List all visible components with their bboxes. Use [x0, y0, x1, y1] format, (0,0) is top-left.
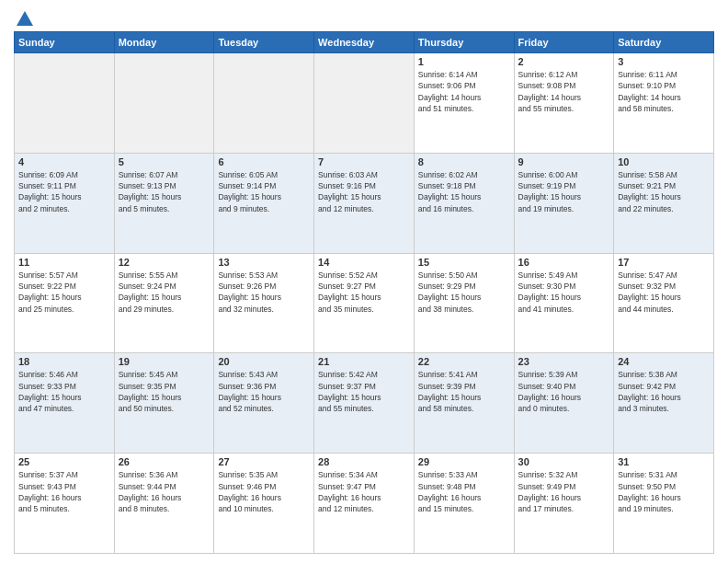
header-cell-monday: Monday — [114, 32, 214, 53]
week-row-2: 4Sunrise: 6:09 AMSunset: 9:11 PMDaylight… — [15, 153, 714, 253]
day-number: 26 — [119, 456, 210, 467]
daylight-hours: Daylight: 16 hours — [618, 393, 681, 402]
day-number: 20 — [218, 356, 310, 367]
day-number: 10 — [618, 156, 710, 167]
day-cell: 30Sunrise: 5:32 AMSunset: 9:49 PMDayligh… — [514, 454, 614, 554]
daylight-hours: Daylight: 15 hours — [618, 293, 681, 302]
header-cell-sunday: Sunday — [15, 32, 115, 53]
daylight-hours: Daylight: 14 hours — [618, 93, 681, 102]
logo-text — [14, 9, 36, 29]
header-cell-wednesday: Wednesday — [314, 32, 415, 53]
day-info: Sunrise: 5:45 AMSunset: 9:35 PMDaylight:… — [119, 369, 210, 414]
daylight-hours: Daylight: 15 hours — [18, 393, 82, 402]
day-cell: 4Sunrise: 6:09 AMSunset: 9:11 PMDaylight… — [15, 153, 115, 253]
day-number: 19 — [119, 356, 210, 367]
page: SundayMondayTuesdayWednesdayThursdayFrid… — [0, 0, 728, 563]
daylight-hours: Daylight: 15 hours — [418, 192, 482, 201]
day-number: 12 — [119, 257, 210, 268]
day-number: 31 — [618, 456, 710, 467]
daylight-hours: Daylight: 14 hours — [518, 93, 582, 102]
header-cell-friday: Friday — [514, 32, 614, 53]
day-number: 2 — [518, 56, 610, 67]
day-cell — [15, 53, 115, 154]
day-info: Sunrise: 5:31 AMSunset: 9:50 PMDaylight:… — [618, 469, 710, 514]
daylight-hours: Daylight: 15 hours — [18, 192, 82, 201]
daylight-hours: Daylight: 16 hours — [18, 493, 82, 502]
day-cell: 31Sunrise: 5:31 AMSunset: 9:50 PMDayligh… — [614, 454, 714, 554]
day-info: Sunrise: 5:55 AMSunset: 9:24 PMDaylight:… — [119, 270, 210, 315]
day-number: 23 — [518, 356, 610, 367]
day-number: 4 — [18, 156, 110, 167]
header-cell-thursday: Thursday — [414, 32, 514, 53]
day-info: Sunrise: 6:14 AMSunset: 9:06 PMDaylight:… — [418, 69, 510, 114]
day-number: 24 — [618, 356, 710, 367]
day-number: 3 — [618, 56, 710, 67]
day-number: 1 — [418, 56, 510, 67]
daylight-hours: Daylight: 15 hours — [119, 393, 182, 402]
day-info: Sunrise: 5:37 AMSunset: 9:43 PMDaylight:… — [18, 469, 110, 514]
day-info: Sunrise: 5:36 AMSunset: 9:44 PMDaylight:… — [119, 469, 210, 514]
day-info: Sunrise: 5:52 AMSunset: 9:27 PMDaylight:… — [318, 270, 410, 315]
day-info: Sunrise: 5:35 AMSunset: 9:46 PMDaylight:… — [218, 469, 310, 514]
daylight-hours: Daylight: 16 hours — [418, 493, 482, 502]
daylight-hours: Daylight: 15 hours — [218, 192, 281, 201]
day-cell — [314, 53, 415, 154]
day-number: 29 — [418, 456, 510, 467]
day-number: 17 — [618, 257, 710, 268]
day-cell: 12Sunrise: 5:55 AMSunset: 9:24 PMDayligh… — [114, 253, 214, 353]
day-cell: 23Sunrise: 5:39 AMSunset: 9:40 PMDayligh… — [514, 353, 614, 454]
daylight-hours: Daylight: 15 hours — [418, 393, 482, 402]
week-row-3: 11Sunrise: 5:57 AMSunset: 9:22 PMDayligh… — [15, 253, 714, 353]
day-info: Sunrise: 6:05 AMSunset: 9:14 PMDaylight:… — [218, 169, 310, 214]
logo — [14, 9, 36, 26]
day-cell: 10Sunrise: 5:58 AMSunset: 9:21 PMDayligh… — [614, 153, 714, 253]
day-cell — [214, 53, 314, 154]
day-info: Sunrise: 5:32 AMSunset: 9:49 PMDaylight:… — [518, 469, 610, 514]
daylight-hours: Daylight: 15 hours — [518, 192, 582, 201]
day-number: 13 — [218, 257, 310, 268]
day-number: 27 — [218, 456, 310, 467]
day-cell: 5Sunrise: 6:07 AMSunset: 9:13 PMDaylight… — [114, 153, 214, 253]
header-cell-saturday: Saturday — [614, 32, 714, 53]
daylight-hours: Daylight: 14 hours — [418, 93, 482, 102]
daylight-hours: Daylight: 15 hours — [318, 293, 381, 302]
calendar-body: 1Sunrise: 6:14 AMSunset: 9:06 PMDaylight… — [15, 53, 714, 554]
day-info: Sunrise: 5:39 AMSunset: 9:40 PMDaylight:… — [518, 369, 610, 414]
day-cell: 9Sunrise: 6:00 AMSunset: 9:19 PMDaylight… — [514, 153, 614, 253]
day-number: 21 — [318, 356, 410, 367]
day-info: Sunrise: 5:49 AMSunset: 9:30 PMDaylight:… — [518, 270, 610, 315]
day-cell: 26Sunrise: 5:36 AMSunset: 9:44 PMDayligh… — [114, 454, 214, 554]
day-info: Sunrise: 5:50 AMSunset: 9:29 PMDaylight:… — [418, 270, 510, 315]
day-cell: 19Sunrise: 5:45 AMSunset: 9:35 PMDayligh… — [114, 353, 214, 454]
day-cell: 24Sunrise: 5:38 AMSunset: 9:42 PMDayligh… — [614, 353, 714, 454]
day-info: Sunrise: 5:46 AMSunset: 9:33 PMDaylight:… — [18, 369, 110, 414]
calendar: SundayMondayTuesdayWednesdayThursdayFrid… — [14, 31, 714, 554]
daylight-hours: Daylight: 16 hours — [318, 493, 381, 502]
day-number: 16 — [518, 257, 610, 268]
day-info: Sunrise: 5:57 AMSunset: 9:22 PMDaylight:… — [18, 270, 110, 315]
day-number: 14 — [318, 257, 410, 268]
day-info: Sunrise: 5:34 AMSunset: 9:47 PMDaylight:… — [318, 469, 410, 514]
day-info: Sunrise: 5:43 AMSunset: 9:36 PMDaylight:… — [218, 369, 310, 414]
logo-icon — [15, 9, 35, 29]
daylight-hours: Daylight: 15 hours — [119, 192, 182, 201]
day-cell: 2Sunrise: 6:12 AMSunset: 9:08 PMDaylight… — [514, 53, 614, 154]
daylight-hours: Daylight: 15 hours — [119, 293, 182, 302]
day-number: 22 — [418, 356, 510, 367]
day-number: 15 — [418, 257, 510, 268]
day-cell: 22Sunrise: 5:41 AMSunset: 9:39 PMDayligh… — [414, 353, 514, 454]
header — [14, 9, 714, 26]
day-cell: 29Sunrise: 5:33 AMSunset: 9:48 PMDayligh… — [414, 454, 514, 554]
day-info: Sunrise: 5:47 AMSunset: 9:32 PMDaylight:… — [618, 270, 710, 315]
week-row-5: 25Sunrise: 5:37 AMSunset: 9:43 PMDayligh… — [15, 454, 714, 554]
day-cell: 21Sunrise: 5:42 AMSunset: 9:37 PMDayligh… — [314, 353, 415, 454]
day-cell: 25Sunrise: 5:37 AMSunset: 9:43 PMDayligh… — [15, 454, 115, 554]
daylight-hours: Daylight: 15 hours — [618, 192, 681, 201]
day-info: Sunrise: 5:58 AMSunset: 9:21 PMDaylight:… — [618, 169, 710, 214]
daylight-hours: Daylight: 16 hours — [518, 393, 582, 402]
day-info: Sunrise: 6:12 AMSunset: 9:08 PMDaylight:… — [518, 69, 610, 114]
day-number: 25 — [18, 456, 110, 467]
daylight-hours: Daylight: 16 hours — [218, 493, 281, 502]
day-info: Sunrise: 5:38 AMSunset: 9:42 PMDaylight:… — [618, 369, 710, 414]
day-cell: 15Sunrise: 5:50 AMSunset: 9:29 PMDayligh… — [414, 253, 514, 353]
